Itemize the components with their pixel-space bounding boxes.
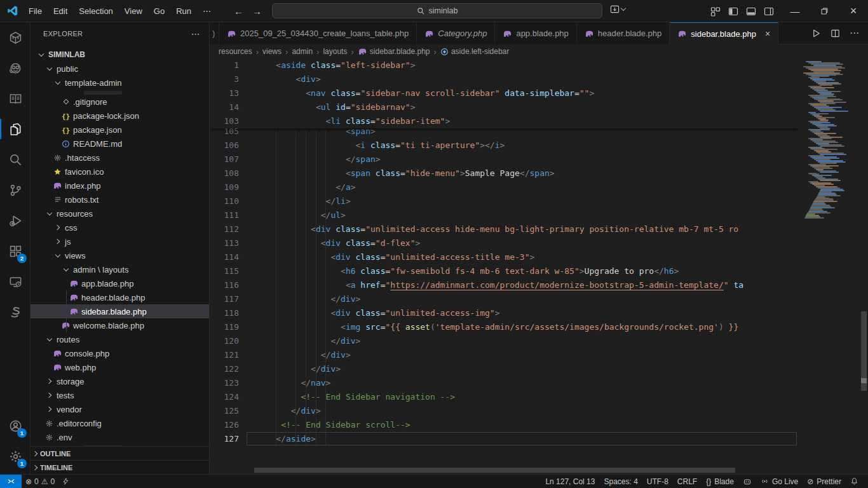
minimize-button[interactable]: — — [780, 0, 810, 22]
restore-button[interactable] — [810, 0, 839, 22]
book-activity-button[interactable] — [0, 83, 31, 114]
problems-indicator[interactable]: ⊗0 ⚠0 — [22, 475, 58, 488]
run-file-button[interactable] — [811, 29, 821, 38]
tree-folder-siminlab[interactable]: SIMINLAB — [31, 48, 209, 62]
tree-item-label: sidebar.blade.php — [81, 307, 147, 316]
search-icon — [9, 153, 22, 166]
section-outline[interactable]: OUTLINE — [31, 446, 209, 460]
horizontal-scrollbar[interactable] — [210, 468, 798, 473]
tab-header.blade.php[interactable]: header.blade.php — [577, 22, 670, 44]
section-timeline[interactable]: TIMELINE — [31, 460, 209, 474]
tree-folder-js[interactable]: js — [31, 234, 209, 248]
toggle-secondary-sidebar-button[interactable] — [764, 6, 774, 17]
back-button[interactable]: ← — [234, 6, 243, 17]
notifications-bell[interactable] — [846, 475, 863, 488]
menu-selection[interactable]: Selection — [73, 4, 118, 19]
tree-file-console.php[interactable]: console.php — [31, 346, 209, 360]
tree-file-package-lock.json[interactable]: {}package-lock.json — [31, 109, 209, 123]
bolt-indicator[interactable] — [58, 475, 73, 488]
command-center-search[interactable]: siminlab — [272, 3, 602, 18]
tree-folder-tests[interactable]: tests — [31, 388, 209, 402]
container-activity-button[interactable] — [0, 22, 31, 53]
code-line-121: 121</div> — [210, 348, 798, 362]
breadcrumb-item-layouts[interactable]: layouts — [323, 47, 347, 56]
tree-file-sidebar.blade.php[interactable]: sidebar.blade.php — [31, 304, 209, 318]
menu-file[interactable]: File — [23, 4, 48, 19]
tab-app.blade.php[interactable]: app.blade.php — [495, 22, 576, 44]
s-extension-activity-button[interactable] — [0, 297, 31, 327]
cursor-position[interactable]: Ln 127, Col 13 — [541, 475, 599, 488]
tree-file-readme.md[interactable]: README.md — [31, 137, 209, 151]
tree-folder-template-admin[interactable]: template-admin — [31, 76, 209, 90]
menu-more[interactable]: ⋯ — [197, 4, 217, 19]
ai-assistant-activity-button[interactable] — [0, 53, 31, 83]
close-tab-button[interactable]: × — [765, 29, 770, 38]
horizontal-scrollbar-thumb[interactable] — [254, 468, 735, 473]
customize-layout-button[interactable] — [710, 6, 721, 17]
explorer-activity-button[interactable] — [0, 114, 31, 144]
breadcrumb-item-views[interactable]: views — [262, 47, 281, 56]
tab-2025-09-25-034430-create-loans-table.php[interactable]: 2025_09_25_034430_create_loans_table.php — [219, 22, 417, 44]
split-editor-button[interactable] — [831, 29, 840, 38]
breadcrumb-separator: › — [316, 47, 319, 57]
menu-view[interactable]: View — [119, 4, 148, 19]
prettier-status[interactable]: ⊘Prettier — [803, 475, 846, 488]
settings-gear-activity-button[interactable]: 1 — [0, 441, 31, 471]
tree-file-index.php[interactable]: index.php — [31, 179, 209, 193]
tree-folder-vendor[interactable]: vendor — [31, 402, 209, 416]
close-window-button[interactable]: × — [839, 0, 868, 22]
go-live-button[interactable]: Go Live — [756, 475, 803, 488]
indentation[interactable]: Spaces: 4 — [599, 475, 642, 488]
remote-explorer-activity-button[interactable] — [0, 266, 31, 297]
tree-file-robots.txt[interactable]: robots.txt — [31, 193, 209, 207]
more-editor-actions-button[interactable]: ⋯ — [850, 27, 859, 39]
eol-sequence[interactable]: CRLF — [673, 475, 702, 488]
tree-file-.env[interactable]: .env — [31, 430, 209, 444]
menu-run[interactable]: Run — [170, 4, 197, 19]
tree-folder-views[interactable]: views — [31, 248, 209, 262]
toggle-panel-button[interactable] — [746, 6, 756, 17]
extensions-activity-button[interactable]: 2 — [0, 236, 31, 266]
breadcrumb-item-sidebar.blade.php[interactable]: sidebar.blade.php — [358, 47, 430, 56]
tree-file-web.php[interactable]: web.php — [31, 360, 209, 374]
tree-file-app.blade.php[interactable]: app.blade.php — [31, 276, 209, 290]
tree-folder-storage[interactable]: storage — [31, 374, 209, 388]
php-file-icon — [53, 349, 62, 357]
tree-file-header.blade.php[interactable]: header.blade.php — [31, 290, 209, 304]
layout-control-dropdown[interactable] — [610, 4, 625, 14]
search-activity-button[interactable] — [0, 144, 31, 175]
tree-folder-public[interactable]: public — [31, 62, 209, 76]
language-mode[interactable]: {}Blade — [702, 475, 738, 488]
code-area[interactable]: 105<span>106<i class="ti ti-aperture"></… — [210, 58, 868, 474]
tree-file-.htaccess[interactable]: .htaccess — [31, 151, 209, 165]
account-activity-button[interactable]: 1 — [0, 410, 31, 441]
tree-file-welcome.blade.php[interactable]: welcome.blade.php — [31, 318, 209, 332]
tab-category.php[interactable]: Category.php — [417, 22, 495, 44]
tree-folder-admin-layouts[interactable]: admin \ layouts — [31, 262, 209, 276]
tree-file-favicon.ico[interactable]: favicon.ico — [31, 165, 209, 179]
breadcrumb-item-aside.left-sidebar[interactable]: aside.left-sidebar — [440, 47, 509, 56]
menu-go[interactable]: Go — [148, 4, 170, 19]
tab--[interactable]: ) — [210, 22, 219, 44]
remote-indicator[interactable] — [0, 475, 22, 488]
breadcrumb-item-admin[interactable]: admin — [292, 47, 313, 56]
breadcrumb-item-resources[interactable]: resources — [219, 47, 252, 56]
forward-button[interactable]: → — [252, 6, 262, 17]
tree-folder-routes[interactable]: routes — [31, 332, 209, 346]
run-debug-activity-button[interactable] — [0, 205, 31, 236]
minimap[interactable] — [798, 58, 860, 474]
vertical-scrollbar[interactable] — [860, 58, 868, 474]
tree-file-.editorconfig[interactable]: .editorconfig — [31, 416, 209, 430]
explorer-more-actions-button[interactable]: ⋯ — [191, 29, 200, 39]
toggle-primary-sidebar-button[interactable] — [728, 6, 738, 17]
encoding[interactable]: UTF-8 — [642, 475, 673, 488]
copilot-status[interactable] — [738, 475, 756, 488]
tree-item-label: .editorconfig — [57, 419, 102, 428]
tab-sidebar.blade.php[interactable]: sidebar.blade.php× — [670, 22, 778, 44]
tree-folder-css[interactable]: css — [31, 220, 209, 234]
tree-folder-resources[interactable]: resources — [31, 207, 209, 220]
tree-file-package.json[interactable]: {}package.json — [31, 123, 209, 137]
tree-file-.gitignore[interactable]: .gitignore — [31, 95, 209, 109]
source-control-activity-button[interactable] — [0, 175, 31, 205]
menu-edit[interactable]: Edit — [48, 4, 73, 19]
